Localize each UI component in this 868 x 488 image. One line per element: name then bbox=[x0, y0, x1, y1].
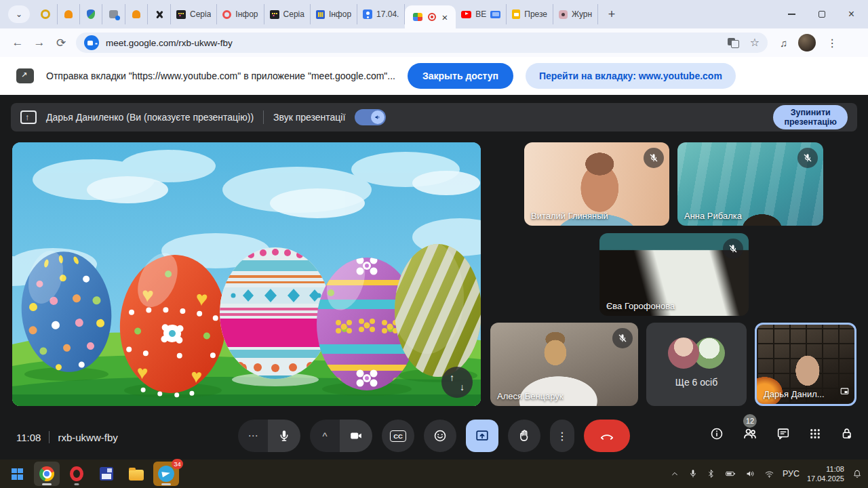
pinned-tab-2[interactable] bbox=[58, 4, 80, 24]
mic-off-icon bbox=[612, 328, 633, 348]
participant-tile[interactable]: Єва Горофонова bbox=[599, 233, 749, 316]
participant-tile[interactable]: Виталий Глиняный bbox=[524, 142, 669, 226]
overflow-participants-tile[interactable]: Ще 6 осіб bbox=[646, 323, 747, 406]
more-options-button[interactable]: ⋮ bbox=[550, 420, 574, 452]
forward-button[interactable]: → bbox=[28, 36, 50, 49]
pinned-tab-1[interactable] bbox=[34, 4, 58, 24]
participant-tile[interactable]: Анна Рибалка bbox=[677, 142, 823, 226]
slides-icon bbox=[512, 9, 520, 19]
participant-name: Дарья Данил... bbox=[764, 389, 825, 399]
notifications-bell-icon[interactable] bbox=[852, 468, 863, 480]
pinned-tab-5[interactable] bbox=[125, 4, 148, 24]
camera-control: ^ bbox=[310, 420, 372, 452]
tray-volume-icon[interactable] bbox=[745, 468, 756, 479]
reload-button[interactable]: ⟳ bbox=[50, 36, 72, 50]
camera-button[interactable] bbox=[340, 420, 372, 452]
minimize-button[interactable] bbox=[788, 14, 795, 15]
cc-icon: CC bbox=[390, 430, 406, 442]
present-button-active[interactable] bbox=[466, 420, 498, 452]
back-button[interactable]: ← bbox=[7, 36, 28, 49]
pinned-tab-4[interactable] bbox=[102, 4, 125, 24]
svg-text:♥: ♥ bbox=[195, 287, 209, 310]
mic-off-icon bbox=[797, 148, 818, 168]
tab-serial-2[interactable]: Серіа bbox=[264, 4, 311, 24]
translate-icon[interactable] bbox=[728, 38, 739, 48]
windows-logo-icon bbox=[12, 468, 23, 480]
people-button[interactable]: 12 bbox=[742, 426, 758, 445]
bookmark-star-icon[interactable]: ☆ bbox=[750, 37, 760, 48]
meeting-details-button[interactable] bbox=[709, 426, 724, 444]
meet-app: ↑ Дарья Даниленко (Ви (показуєте презент… bbox=[0, 95, 868, 460]
raise-hand-button[interactable] bbox=[508, 420, 540, 452]
start-button[interactable] bbox=[4, 462, 30, 486]
profile-avatar[interactable] bbox=[798, 34, 816, 52]
browser-menu-icon[interactable]: ⋮ bbox=[827, 37, 837, 49]
chat-button[interactable] bbox=[776, 426, 791, 444]
tray-wifi-icon[interactable] bbox=[764, 468, 775, 479]
close-tab-icon[interactable]: × bbox=[441, 12, 448, 22]
presentation-audio-label: Звук презентації bbox=[273, 112, 345, 123]
tray-mic-icon[interactable] bbox=[688, 468, 698, 479]
tray-expand-icon[interactable] bbox=[669, 468, 680, 479]
pinned-tab-3[interactable] bbox=[80, 4, 102, 24]
taskbar-clock[interactable]: 11:08 17.04.2025 bbox=[807, 464, 844, 484]
picture-in-picture-icon[interactable] bbox=[840, 386, 850, 399]
more-participants-label: Ще 6 осіб bbox=[646, 377, 747, 388]
tab-date[interactable]: 17.04. bbox=[357, 4, 405, 24]
browser-window: ⌄ Серіа Інфор Серіа Інфор 17.04. × ВЕ Пр… bbox=[0, 0, 868, 488]
mic-options-button[interactable]: ⋯ bbox=[238, 420, 268, 452]
participant-tile[interactable]: Алеся Бенцарук bbox=[490, 323, 638, 406]
tab-label: Інфор bbox=[329, 9, 351, 19]
tab-label: Серіа bbox=[190, 9, 211, 19]
windows-taskbar: 34 РУС 11:08 17.04.2025 bbox=[0, 460, 868, 488]
participant-name: Єва Горофонова bbox=[606, 301, 675, 311]
tab-strip: ⌄ Серіа Інфор Серіа Інфор 17.04. × ВЕ Пр… bbox=[0, 0, 868, 28]
mic-button[interactable] bbox=[268, 420, 300, 452]
sharing-message: Отправка вкладки "https://www.youtube.co… bbox=[46, 70, 395, 81]
tab-serial-1[interactable]: Серіа bbox=[171, 4, 217, 24]
running-indicator bbox=[75, 483, 79, 485]
scroll-presentation-button[interactable]: ↑ ↓ bbox=[441, 367, 473, 398]
close-access-button[interactable]: Закрыть доступ bbox=[408, 63, 513, 89]
bell-icon bbox=[132, 10, 140, 18]
host-controls-button[interactable] bbox=[840, 426, 854, 444]
chevron-down-icon: ⌄ bbox=[16, 9, 22, 19]
taskbar-telegram[interactable]: 34 bbox=[153, 462, 179, 486]
tray-battery-icon[interactable] bbox=[724, 468, 737, 479]
meeting-code: rxb-ukww-fby bbox=[58, 432, 117, 443]
captions-button[interactable]: CC bbox=[382, 420, 414, 452]
self-tile[interactable]: Дарья Данил... bbox=[755, 323, 856, 406]
running-indicator bbox=[42, 483, 52, 485]
activities-button[interactable] bbox=[808, 427, 822, 443]
tray-bluetooth-icon[interactable] bbox=[706, 468, 716, 479]
camera-options-button[interactable]: ^ bbox=[310, 420, 340, 452]
svg-text:♥: ♥ bbox=[190, 365, 203, 387]
end-call-button[interactable] bbox=[584, 420, 630, 452]
tab-search-button[interactable]: ⌄ bbox=[8, 5, 30, 23]
tab-slides[interactable]: Презе bbox=[507, 4, 553, 24]
media-controls-icon[interactable]: ♫ bbox=[780, 37, 787, 49]
shared-presentation[interactable]: ♥ ♥ ♥ ♥ bbox=[12, 142, 481, 406]
meet-control-bar: 11:08 rxb-ukww-fby ⋯ ^ bbox=[0, 412, 868, 460]
keyboard-language[interactable]: РУС bbox=[783, 469, 800, 479]
chat-badge-icon bbox=[109, 10, 118, 18]
close-window-button[interactable]: × bbox=[848, 9, 854, 20]
go-to-tab-button[interactable]: Перейти на вкладку: www.youtube.com bbox=[526, 63, 736, 89]
taskbar-explorer[interactable] bbox=[123, 462, 149, 486]
stop-presentation-button[interactable]: Зупинити презентацію bbox=[773, 105, 848, 129]
tab-youtube[interactable]: ВЕ bbox=[456, 4, 507, 24]
new-tab-button[interactable]: + bbox=[602, 7, 621, 22]
taskbar-save-app[interactable] bbox=[94, 462, 119, 486]
tab-meet-active[interactable]: × bbox=[405, 5, 456, 28]
address-bar[interactable]: meet.google.com/rxb-ukww-fby ☆ bbox=[76, 33, 768, 53]
taskbar-chrome[interactable] bbox=[34, 462, 60, 486]
url-text[interactable]: meet.google.com/rxb-ukww-fby bbox=[106, 38, 233, 48]
maximize-button[interactable] bbox=[818, 11, 825, 18]
presentation-audio-toggle[interactable] bbox=[355, 109, 386, 125]
reactions-button[interactable] bbox=[424, 420, 456, 452]
pinned-tab-6[interactable] bbox=[148, 4, 171, 24]
taskbar-opera[interactable] bbox=[64, 462, 90, 486]
tab-info-2[interactable]: Інфор bbox=[311, 4, 357, 24]
tab-journal[interactable]: Журн bbox=[553, 4, 598, 24]
tab-info-1[interactable]: Інфор bbox=[217, 4, 264, 24]
